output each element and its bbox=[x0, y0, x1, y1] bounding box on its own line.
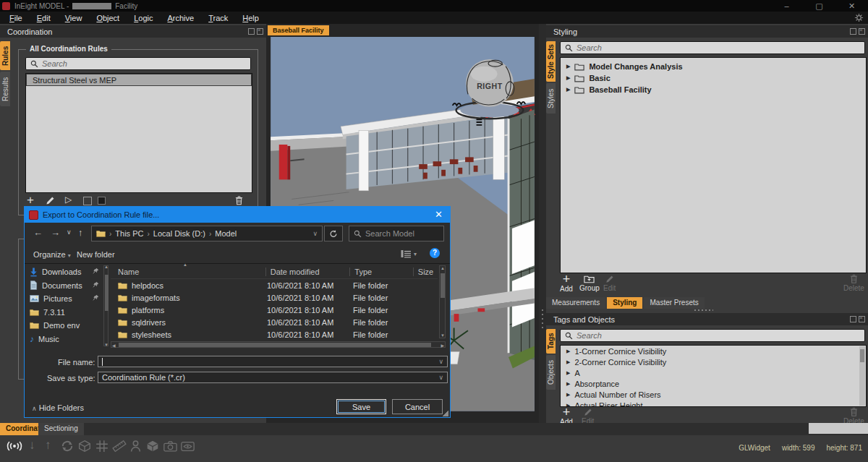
organize-button[interactable]: Organize ▾ bbox=[33, 250, 71, 259]
tag-item[interactable]: ▶Absorptance bbox=[561, 378, 866, 389]
tag-item[interactable]: ▶1-Corner Cornice Visibility bbox=[561, 346, 866, 356]
menu-archive[interactable]: Archive bbox=[161, 14, 201, 22]
maximize-button[interactable]: ▢ bbox=[803, 0, 835, 12]
resize-grip[interactable] bbox=[443, 411, 448, 416]
column-size[interactable]: Size bbox=[414, 268, 438, 276]
expand-arrow-icon[interactable]: ▶ bbox=[566, 75, 570, 81]
tab-styling[interactable]: Styling bbox=[607, 297, 642, 309]
tags-scrollbar[interactable] bbox=[859, 346, 865, 406]
run-rule-button[interactable]: ▷ bbox=[65, 194, 72, 205]
tab-tags[interactable]: Tags bbox=[546, 329, 556, 354]
signal-icon[interactable] bbox=[6, 440, 23, 452]
tab-styles[interactable]: Styles bbox=[546, 83, 556, 114]
file-row[interactable]: stylesheets10/6/2021 8:10 AMFile folder bbox=[111, 328, 438, 341]
tab-style-sets[interactable]: Style Sets bbox=[546, 41, 556, 82]
cube-solid-icon[interactable] bbox=[146, 440, 159, 453]
viewport-tab-baseball-facility[interactable]: Baseball Facility bbox=[268, 25, 329, 35]
add-rule-button[interactable]: + bbox=[27, 193, 34, 208]
menu-help[interactable]: Help bbox=[236, 14, 265, 22]
forward-icon[interactable]: → bbox=[51, 227, 60, 238]
save-as-type-select[interactable]: Coordination Rule (*.cr) ∨ bbox=[98, 372, 448, 383]
menu-logic[interactable]: Logic bbox=[127, 14, 159, 22]
styling-tree-item[interactable]: ▶ Basic bbox=[561, 72, 866, 84]
sidebar-item-pictures[interactable]: Pictures bbox=[30, 292, 102, 306]
sidebar-item-demo-env[interactable]: Demo env bbox=[30, 319, 102, 333]
refresh-button[interactable] bbox=[324, 226, 343, 241]
hide-folders-toggle[interactable]: ∧ Hide Folders bbox=[32, 403, 84, 412]
ruler-icon[interactable] bbox=[112, 439, 127, 453]
menu-track[interactable]: Track bbox=[202, 14, 234, 22]
close-panel-icon[interactable] bbox=[859, 316, 865, 322]
menu-view[interactable]: View bbox=[59, 14, 89, 22]
sync-icon[interactable] bbox=[61, 440, 74, 453]
delete-rule-trash-icon[interactable] bbox=[235, 195, 243, 205]
menu-object[interactable]: Object bbox=[90, 14, 126, 22]
breadcrumb-model[interactable]: Model bbox=[215, 229, 237, 238]
column-date-modified[interactable]: Date modified bbox=[266, 268, 351, 276]
cancel-button[interactable]: Cancel bbox=[392, 399, 443, 414]
chevron-down-icon[interactable]: ∨ bbox=[438, 374, 443, 381]
history-chevron-icon[interactable]: ∨ bbox=[67, 228, 72, 236]
rules-search-input[interactable]: Search bbox=[25, 57, 251, 70]
sidebar-scrollbar[interactable]: ▲ ▼ bbox=[103, 265, 109, 346]
menu-file[interactable]: File bbox=[3, 14, 29, 22]
file-list-hscrollbar[interactable]: ◀ ▶ bbox=[111, 341, 446, 348]
expand-arrow-icon[interactable]: ▶ bbox=[566, 87, 570, 93]
up-icon[interactable]: ↑ bbox=[78, 227, 83, 238]
panel-splitter-handle[interactable] bbox=[694, 309, 713, 311]
styling-search-input[interactable]: Search bbox=[560, 41, 865, 54]
float-panel-icon[interactable] bbox=[850, 316, 856, 322]
file-list-vscrollbar[interactable]: ▲ ▼ bbox=[439, 265, 446, 338]
sidebar-item-7311[interactable]: 7.3.11 bbox=[30, 306, 102, 320]
tab-measurements[interactable]: Measurements bbox=[546, 297, 605, 309]
viewport-splitter[interactable] bbox=[539, 24, 546, 424]
rule-list-item[interactable]: Structural Steel vs MEP bbox=[26, 74, 252, 86]
styling-add-button[interactable]: +Add bbox=[560, 274, 573, 293]
camera-eye-icon[interactable] bbox=[181, 441, 195, 452]
new-folder-button[interactable]: New folder bbox=[77, 250, 115, 259]
tag-item[interactable]: ▶2-Corner Cornice Visibility bbox=[561, 356, 866, 367]
minimize-button[interactable]: – bbox=[770, 0, 803, 12]
camera-icon[interactable] bbox=[163, 441, 177, 452]
help-icon[interactable]: ? bbox=[430, 248, 440, 258]
relink-checkbox[interactable] bbox=[98, 197, 106, 205]
tab-rules[interactable]: Rules bbox=[0, 41, 10, 70]
tab-objects[interactable]: Objects bbox=[546, 355, 556, 390]
close-button[interactable]: ✕ bbox=[835, 0, 868, 12]
save-button[interactable]: Save bbox=[336, 399, 386, 414]
file-row[interactable]: helpdocs10/6/2021 8:10 AMFile folder bbox=[111, 279, 438, 291]
dialog-close-icon[interactable]: ✕ bbox=[435, 209, 443, 220]
cube-outline-icon[interactable] bbox=[78, 440, 91, 453]
chevron-down-icon[interactable]: ∨ bbox=[438, 358, 443, 365]
tag-item[interactable]: ▶A bbox=[561, 367, 866, 378]
tag-item[interactable]: ▶Actual Riser Height bbox=[561, 400, 866, 407]
dialog-title-bar[interactable]: Export to Coordination Rule file... bbox=[25, 207, 450, 223]
menu-edit[interactable]: Edit bbox=[30, 14, 57, 22]
breadcrumb-local-disk[interactable]: Local Disk (D:) bbox=[153, 229, 205, 238]
address-bar[interactable]: › This PC › Local Disk (D:) › Model ∨ bbox=[91, 226, 323, 241]
expand-arrow-icon[interactable]: ▶ bbox=[566, 64, 570, 69]
sidebar-item-music[interactable]: ♪Music bbox=[30, 333, 102, 346]
tags-search-input[interactable]: Search bbox=[560, 329, 865, 342]
file-row[interactable]: imageformats10/6/2021 8:10 AMFile folder bbox=[111, 291, 438, 304]
tab-master-presets[interactable]: Master Presets bbox=[644, 297, 704, 309]
grid-icon[interactable] bbox=[95, 440, 109, 453]
rule-checkbox[interactable] bbox=[83, 197, 92, 205]
file-name-input[interactable]: ∨ bbox=[98, 356, 448, 367]
settings-gear-icon[interactable] bbox=[854, 13, 864, 22]
float-panel-icon[interactable] bbox=[850, 28, 856, 35]
tag-item[interactable]: ▶Actual Number of Risers bbox=[561, 389, 866, 400]
styling-group-button[interactable]: Group bbox=[579, 275, 600, 292]
view-list-icon[interactable]: ▾ bbox=[401, 249, 411, 258]
person-icon[interactable] bbox=[130, 440, 141, 453]
sidebar-item-downloads[interactable]: Downloads bbox=[30, 265, 102, 279]
breadcrumb-this-pc[interactable]: This PC bbox=[115, 229, 143, 238]
dialog-search-input[interactable]: Search Model bbox=[349, 226, 444, 241]
styling-delete-button[interactable]: Delete bbox=[843, 274, 864, 292]
column-type[interactable]: Type bbox=[350, 268, 414, 276]
file-row[interactable]: platforms10/6/2021 8:10 AMFile folder bbox=[111, 304, 438, 316]
file-row[interactable]: sqldrivers10/6/2021 8:10 AMFile folder bbox=[111, 316, 438, 328]
arrow-down-icon[interactable]: ↓ bbox=[29, 438, 35, 453]
tab-results[interactable]: Results bbox=[0, 72, 10, 106]
edit-rule-button[interactable] bbox=[46, 196, 55, 205]
